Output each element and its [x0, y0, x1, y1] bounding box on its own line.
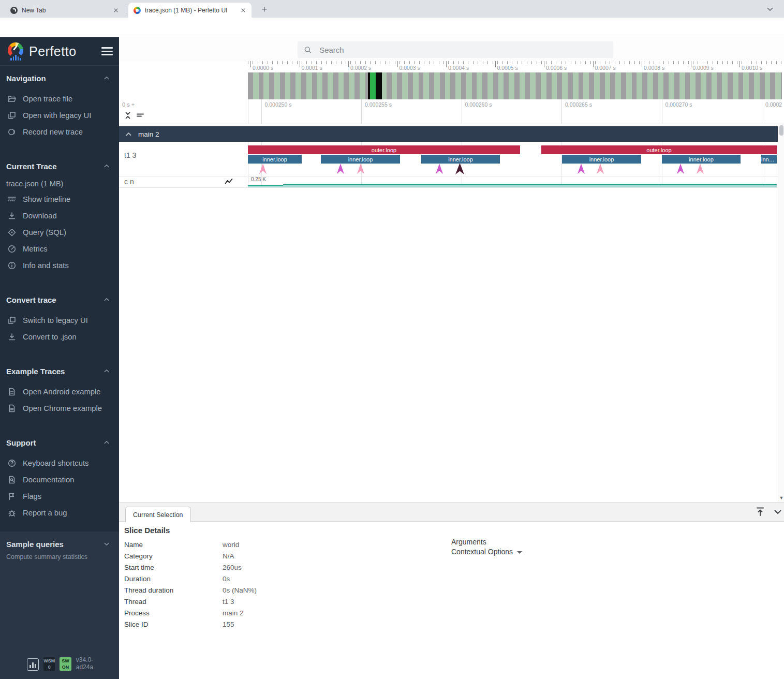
chevron-up-icon — [103, 163, 110, 169]
contextual-options-dropdown[interactable]: Contextual Options — [451, 548, 522, 556]
expand-panel-up-icon[interactable] — [755, 506, 766, 518]
sidebar-item-switch-legacy[interactable]: Switch to legacy UI — [6, 312, 113, 329]
counter-value-area[interactable] — [248, 185, 283, 187]
overview-minimap[interactable] — [248, 72, 782, 99]
section-sample-queries: Sample queries Compute summary statistic… — [0, 532, 119, 679]
sidebar-item-chrome-example[interactable]: Open Chrome example — [6, 400, 113, 417]
process-group-header[interactable]: main 2 — [119, 126, 778, 142]
new-tab-button[interactable] — [259, 4, 270, 15]
sidebar-item-metrics[interactable]: Metrics — [6, 241, 113, 257]
collapse-panel-down-icon[interactable] — [772, 506, 783, 518]
counter-graph-icon[interactable] — [224, 177, 233, 186]
ruler-tick — [642, 61, 642, 67]
grid-line — [762, 99, 762, 124]
vertical-scrollbar[interactable]: ▼ — [778, 124, 784, 502]
ruler-tick — [300, 61, 300, 67]
sidebar-item-info-stats[interactable]: Info and stats — [6, 257, 113, 274]
ruler-tick — [446, 61, 447, 67]
tab-close-icon[interactable] — [240, 7, 246, 13]
grid-time-label: 0.000250 s — [265, 101, 292, 108]
download-icon — [7, 332, 17, 342]
chart-stats-icon[interactable] — [27, 658, 39, 671]
instant-marker-selected[interactable] — [455, 163, 464, 174]
instant-marker[interactable] — [259, 164, 267, 174]
instant-marker[interactable] — [578, 164, 585, 174]
sidebar-item-open-legacy-ui[interactable]: Open with legacy UI — [6, 107, 113, 124]
grid-time-label: 0.000270 s — [665, 101, 692, 108]
document-icon — [7, 387, 17, 396]
detail-label: Process — [124, 609, 223, 617]
section-convert-trace: Convert trace Switch to legacy UI Conver… — [0, 294, 119, 345]
viewport-window[interactable] — [370, 72, 376, 99]
scroll-down-arrow-icon[interactable]: ▼ — [779, 495, 784, 501]
detail-label: Thread duration — [124, 586, 223, 594]
section-header[interactable]: Support — [6, 437, 113, 448]
menu-hamburger-icon[interactable] — [101, 47, 113, 55]
chevron-up-icon — [125, 131, 132, 138]
tab-close-icon[interactable] — [113, 7, 119, 13]
section-header[interactable]: Example Traces — [6, 366, 113, 376]
slice-inner-loop[interactable]: inner.loop — [562, 155, 641, 164]
instant-marker[interactable] — [697, 164, 704, 174]
sidebar-item-open-trace-file[interactable]: Open trace file — [6, 91, 113, 107]
ruler-tick-label: 0.0002 s — [350, 65, 371, 71]
detail-value: 0s — [223, 575, 230, 583]
newtab-favicon-icon — [10, 7, 18, 14]
track-canvas[interactable]: main 2 t1 3 c n 0.25 K outer.loopouter.l… — [119, 124, 784, 502]
panel-drag-handle[interactable] — [119, 502, 784, 522]
instant-marker[interactable] — [597, 164, 604, 174]
counter-value-area[interactable] — [283, 184, 777, 187]
slice-inner-loop[interactable]: inner.loop — [761, 155, 777, 164]
sidebar-item-download[interactable]: Download — [6, 208, 113, 224]
slice-outer-loop[interactable]: outer.loop — [248, 145, 520, 154]
detail-row: CategoryN/A — [124, 550, 435, 562]
sidebar-item-convert-json[interactable]: Convert to .json — [6, 329, 113, 345]
detail-row: Slice ID155 — [124, 618, 435, 630]
help-icon — [7, 459, 17, 468]
instant-marker[interactable] — [677, 164, 684, 174]
collapse-tracks-icon[interactable] — [123, 111, 132, 120]
search-input[interactable] — [319, 46, 607, 54]
section-header[interactable]: Navigation — [6, 73, 113, 83]
slice-inner-loop[interactable]: inner.loop — [421, 155, 500, 164]
section-current-trace: Current Trace trace.json (1 MB) Show tim… — [0, 161, 119, 274]
section-navigation: Navigation Open trace file Open with leg… — [0, 73, 119, 140]
instant-marker[interactable] — [337, 164, 344, 174]
section-header[interactable]: Current Trace — [6, 161, 113, 171]
app-title: Perfetto — [29, 44, 77, 59]
sidebar-item-compute-summary[interactable]: Compute summary statistics — [6, 553, 113, 560]
slice-outer-loop[interactable]: outer.loop — [541, 145, 777, 154]
search-box[interactable] — [298, 41, 613, 58]
detail-row: Thread duration0s (NaN%) — [124, 584, 435, 596]
instant-marker[interactable] — [357, 164, 364, 174]
detail-value: 0s (NaN%) — [223, 586, 257, 594]
tab-current-selection[interactable]: Current Selection — [125, 507, 191, 522]
track-sort-icon[interactable] — [136, 111, 145, 120]
chevron-up-icon — [103, 297, 110, 303]
slice-inner-loop[interactable]: inner.loop — [321, 155, 400, 164]
browser-tab-newtab[interactable]: New Tab — [5, 3, 124, 18]
folder-open-icon — [7, 94, 17, 104]
instant-marker[interactable] — [436, 164, 443, 174]
tab-title: trace.json (1 MB) - Perfetto UI — [145, 7, 236, 14]
slice-inner-loop[interactable]: inner.loop — [248, 155, 302, 164]
section-header[interactable]: Convert trace — [6, 294, 113, 305]
timeline-overview[interactable]: 0.0000 s0.0001 s0.0002 s0.0003 s0.0004 s… — [119, 61, 784, 99]
sidebar-item-flags[interactable]: Flags — [6, 488, 113, 505]
ruler-tick-label: 0.0006 s — [546, 65, 567, 71]
scrollbar-thumb[interactable] — [779, 125, 783, 136]
sidebar-item-record-trace[interactable]: Record new trace — [6, 124, 113, 140]
section-header[interactable]: Sample queries — [6, 539, 113, 549]
slice-inner-loop[interactable]: inner.loop — [662, 155, 741, 164]
sidebar-item-documentation[interactable]: Documentation — [6, 471, 113, 488]
counter-value-label: 0.25 K — [251, 176, 266, 182]
sidebar-item-show-timeline[interactable]: Show timeline — [6, 191, 113, 208]
viewport-handle[interactable] — [368, 72, 382, 99]
sidebar-item-report-bug[interactable]: Report a bug — [6, 505, 113, 521]
sidebar-item-android-example[interactable]: Open Android example — [6, 383, 113, 400]
browser-tab-perfetto[interactable]: trace.json (1 MB) - Perfetto UI — [128, 3, 252, 18]
detail-value: 260us — [223, 564, 242, 571]
tab-search-chevron-icon[interactable] — [766, 6, 774, 13]
sidebar-item-keyboard-shortcuts[interactable]: Keyboard shortcuts — [6, 455, 113, 471]
sidebar-item-query-sql[interactable]: Query (SQL) — [6, 224, 113, 241]
